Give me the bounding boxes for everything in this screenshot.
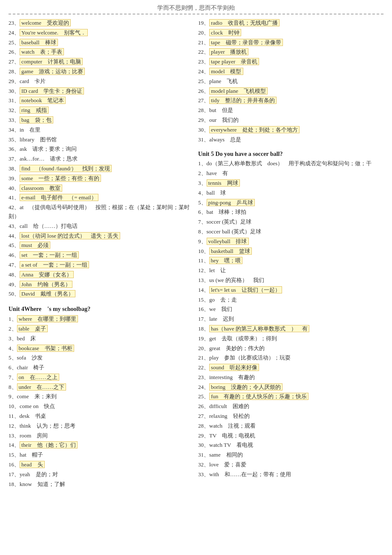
list-item: 11、desk 书桌 (9, 412, 194, 421)
right-top-list: 19、radio 收音机；无线电广播20、clock 时钟21、tape 磁带；… (198, 19, 383, 144)
list-item: 32、ring 戒指 (9, 106, 194, 115)
list-item: 18、know 知道；了解 (9, 480, 194, 489)
list-item: 9、come 来；来到 (9, 392, 194, 401)
list-item: 26、watch 表；手表 (9, 48, 194, 57)
list-item: 29、card 卡片 (9, 77, 194, 86)
list-item: 4、bookcase 书架；书柜 (9, 344, 194, 353)
list-item: 11、hey 嘿；喂 (198, 256, 383, 265)
list-item: 22、sound 听起来好像 (198, 363, 383, 372)
list-item: 17、yeah 是的；对 (9, 470, 194, 479)
list-item: 14、let's= let us 让我们（一起） (198, 286, 383, 295)
list-item: 33、bag 袋；包 (9, 116, 194, 125)
list-item: 15、hat 帽子 (9, 451, 194, 460)
list-item: 28、game 游戏；运动；比赛 (9, 67, 194, 76)
list-item: 25、fun 有趣的；使人快乐的；乐趣；快乐 (198, 392, 383, 401)
list-item: 37、ask…for… 请求；恳求 (9, 155, 194, 164)
list-item: 42、at （提供电话号码时使用） 按照；根据；在（某处；某时间；某时刻） (9, 203, 194, 221)
list-item: 32、love 爱；喜爱 (198, 460, 383, 469)
list-item: 21、play 参加（比赛或活动）；玩耍 (198, 354, 383, 362)
list-item: 23、tape player 录音机 (198, 58, 383, 66)
list-item: 20、great 美妙的；伟大的 (198, 344, 383, 353)
list-item: 14、their 他（她；它）们 (9, 441, 194, 450)
list-item: 36、ask 请求；要求；询问 (9, 145, 194, 154)
list-item: 35、library 图书馆 (9, 135, 194, 144)
left-column: 23、welcome 受欢迎的24、You're welcome. 别客气．25… (9, 18, 194, 489)
list-item: 7、soccer (英式）足球 (198, 218, 383, 227)
list-item: 12、think 认为；想；思考 (9, 422, 194, 431)
list-item: 9、volleyball 排球 (198, 237, 383, 246)
list-item: 22、player 播放机 (198, 48, 383, 57)
list-item: 46、set 一套；一副；一组 (9, 251, 194, 260)
page-title: 学而不思则惘，思而不学则殆 (9, 4, 383, 14)
list-item: 10、come on 快点 (9, 402, 194, 411)
list-item: 24、boring 没趣的；令人厌烦的 (198, 383, 383, 392)
list-item: 27、computer 计算机；电脑 (9, 58, 194, 66)
list-item: 10、basketball 篮球 (198, 247, 383, 256)
unit5-title: Unit 5 Do you have a soccer ball? (198, 151, 383, 158)
unit4-list: 1、where 在哪里；到哪里2、table 桌子3、bed 床4、bookca… (9, 315, 194, 489)
list-item: 1、do（第三人称单数形式 does） 用于构成否定句和疑问句；做；干 (198, 159, 383, 168)
list-item: 38、find （found /faund/） 找到；发现 (9, 164, 194, 173)
unit5-list: 1、do（第三人称单数形式 does） 用于构成否定句和疑问句；做；干2、hav… (198, 159, 383, 479)
list-item: 23、welcome 受欢迎的 (9, 19, 194, 28)
list-item: 2、have 有 (198, 169, 383, 178)
list-item: 1、where 在哪里；到哪里 (9, 315, 194, 324)
list-item: 44、lost（动词 lose 的过去式） 遗失；丢失 (9, 232, 194, 241)
list-item: 8、soccer ball (英式）足球 (198, 227, 383, 236)
list-item: 27、relaxing 轻松的 (198, 412, 383, 421)
list-item: 6、chair 椅子 (9, 363, 194, 372)
list-item: 34、in 在里 (9, 126, 194, 135)
list-item: 3、bed 床 (9, 334, 194, 343)
list-item: 13、room 房间 (9, 431, 194, 440)
list-item: 16、head 头 (9, 460, 194, 469)
list-item: 48、Anna 安娜（女名） (9, 270, 194, 279)
list-item: 30、ID card 学生卡；身份证 (9, 87, 194, 96)
right-column: 19、radio 收音机；无线电广播20、clock 时钟21、tape 磁带；… (198, 18, 383, 489)
list-item: 15、go 去；走 (198, 296, 383, 305)
list-item: 8、under 在……之下 (9, 383, 194, 392)
list-item: 24、You're welcome. 别客气． (9, 29, 194, 37)
list-item: 12、let 让 (198, 266, 383, 275)
list-item: 31、always 总是 (198, 135, 383, 144)
list-item: 41、e-mail 电子邮件 （= email） (9, 193, 194, 202)
list-item: 4、ball 球 (198, 189, 383, 198)
list-item: 24、model 模型 (198, 67, 383, 76)
list-item: 30、watch TV 看电视 (198, 441, 383, 450)
list-item: 17、late 迟到 (198, 315, 383, 324)
list-item: 26、model plane 飞机模型 (198, 87, 383, 96)
list-item: 50、David 戴维（男名） (9, 290, 194, 299)
list-item: 3、tennis 网球 (198, 179, 383, 188)
list-item: 47、a set of 一套；一副；一组 (9, 261, 194, 270)
list-item: 45、must 必须 (9, 241, 194, 250)
list-item: 49、John 约翰（男名） (9, 280, 194, 289)
list-item: 19、radio 收音机；无线电广播 (198, 19, 383, 28)
list-item: 25、plane 飞机 (198, 77, 383, 86)
list-item: 23、interesting 有趣的 (198, 373, 383, 382)
list-item: 28、watch 注视；观看 (198, 422, 383, 431)
list-item: 6、bat 球棒；球拍 (198, 208, 383, 217)
list-item: 7、on 在……之上 (9, 373, 194, 382)
list-item: 27、tidy 整洁的；井井有条的 (198, 96, 383, 105)
left-top-list: 23、welcome 受欢迎的24、You're welcome. 别客气．25… (9, 19, 194, 299)
list-item: 39、some 一些；某些；有些；有的 (9, 174, 194, 183)
list-item: 29、our 我们的 (198, 116, 383, 125)
list-item: 19、get 去取（或带来）；得到 (198, 334, 383, 343)
list-item: 33、with 和……在一起；带有；使用 (198, 470, 383, 479)
list-item: 30、everywhere 处处；到处；各个地方 (198, 126, 383, 135)
list-item: 26、difficult 困难的 (198, 402, 383, 411)
list-item: 20、clock 时钟 (198, 29, 383, 37)
list-item: 18、has（have 的第三人称单数形式 ） 有 (198, 325, 383, 334)
list-item: 31、same 相同的 (198, 451, 383, 460)
list-item: 5、ping-pong 乒乓球 (198, 198, 383, 207)
list-item: 29、TV 电视；电视机 (198, 431, 383, 440)
list-item: 21、tape 磁带；录音带；录像带 (198, 38, 383, 47)
unit4-title: Unit 4Where 's my schoolbag? (9, 305, 194, 313)
list-item: 13、us (we 的宾格） 我们 (198, 276, 383, 285)
list-item: 31、notebook 笔记本 (9, 96, 194, 105)
list-item: 5、sofa 沙发 (9, 354, 194, 362)
list-item: 2、table 桌子 (9, 325, 194, 334)
list-item: 25、baseball 棒球 (9, 38, 194, 47)
list-item: 16、we 我们 (198, 305, 383, 314)
list-item: 28、but 但是 (198, 106, 383, 115)
list-item: 43、call 给（……）打电话 (9, 222, 194, 231)
